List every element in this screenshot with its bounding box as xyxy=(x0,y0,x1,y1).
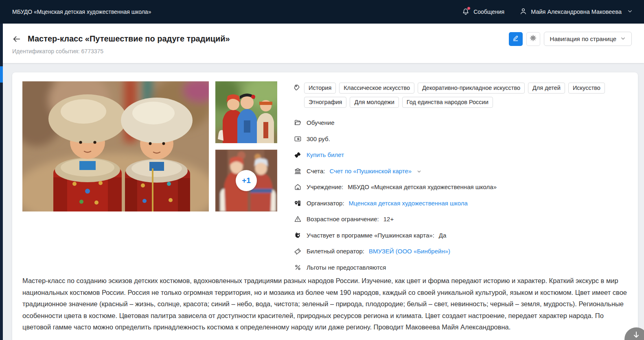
tag-chip[interactable]: Декоративно-прикладное искусство xyxy=(418,83,525,94)
chevron-down-icon[interactable] xyxy=(417,168,421,175)
pushkin-profile-icon xyxy=(293,231,302,239)
ticket-operator-label: Билетный оператор: xyxy=(307,248,364,255)
tag-chip[interactable]: Этнография xyxy=(304,97,346,108)
pushkin-card-label: Участвует в программе «Пушкинская карта»… xyxy=(307,232,434,239)
home-icon xyxy=(293,183,302,191)
accounts-label: Счета: xyxy=(307,168,325,174)
user-name: Майя Александровна Маковеева xyxy=(531,9,622,15)
percent-icon xyxy=(293,264,302,271)
topbar: МБУДО «Мценская детская художественная ш… xyxy=(0,0,644,24)
accounts-row: Счета: Счет по «Пушкинской карте» xyxy=(293,163,628,179)
benefits-text: Льготы не предоставляются xyxy=(307,264,386,271)
page-navigation-label: Навигация по странице xyxy=(550,35,616,42)
organization-icon xyxy=(293,199,302,207)
tag-chip[interactable]: Для детей xyxy=(528,83,565,94)
age-limit-label: Возрастное ограничение: xyxy=(307,216,379,222)
messages-button[interactable]: Сообщения xyxy=(461,7,504,16)
tag-chip[interactable]: Классическое искусство xyxy=(339,83,414,94)
age-limit-value: 12+ xyxy=(383,216,394,222)
chevron-down-icon xyxy=(627,9,633,15)
ticket-operator-row: Билетный оператор: ВМУЗЕЙ (ООО «Бинбрейн… xyxy=(293,243,628,259)
gallery-more-badge[interactable]: +1 xyxy=(236,170,257,191)
content-area: +1 История Классическое искусство Декора… xyxy=(3,63,644,340)
tag-chip[interactable]: Искусство xyxy=(568,83,605,94)
institution-value: МБУДО «Мценская детская художественная ш… xyxy=(348,183,497,190)
event-photo-main[interactable] xyxy=(22,81,209,211)
event-card: +1 История Классическое искусство Декора… xyxy=(12,72,638,340)
bank-icon xyxy=(293,167,302,175)
warning-triangle-icon xyxy=(293,215,302,223)
buy-ticket-row: Купить билет xyxy=(293,147,628,163)
category-row: Обучение xyxy=(293,115,628,131)
organizer-row: Организатор: Мценская детская художестве… xyxy=(293,195,628,211)
edit-button[interactable] xyxy=(509,32,523,46)
ticket-filled-icon xyxy=(293,151,302,159)
organizer-link[interactable]: Мценская детская художественная школа xyxy=(349,200,468,207)
user-icon xyxy=(519,7,528,17)
event-photo-thumb-1[interactable] xyxy=(215,81,277,143)
accounts-link[interactable]: Счет по «Пушкинской карте» xyxy=(330,168,412,174)
price-icon xyxy=(293,135,302,143)
tag-chip[interactable]: Для молодежи xyxy=(350,97,399,108)
institution-row: Учреждение: МБУДО «Мценская детская худо… xyxy=(293,179,628,195)
tag-chips: История Классическое искусство Декоратив… xyxy=(304,83,628,108)
age-limit-row: Возрастное ограничение: 12+ xyxy=(293,211,628,227)
buy-ticket-link[interactable]: Купить билет xyxy=(307,151,344,158)
back-button[interactable] xyxy=(12,35,21,44)
ticket-operator-link[interactable]: ВМУЗЕЙ (ООО «Бинбрейн») xyxy=(369,248,450,255)
event-description: Мастер-класс по созданию эскизов детских… xyxy=(22,275,628,333)
page-title: Мастер-класс «Путешествие по радуге трад… xyxy=(28,34,230,44)
event-info: История Классическое искусство Декоратив… xyxy=(293,83,628,275)
event-id: Идентификатор события: 6773375 xyxy=(12,48,103,54)
sidebar-active-indicator xyxy=(0,66,3,83)
user-menu[interactable]: Майя Александровна Маковеева xyxy=(519,7,633,17)
pushkin-card-row: Участвует в программе «Пушкинская карта»… xyxy=(293,227,628,244)
institution-label: Учреждение: xyxy=(307,183,343,190)
sidebar-rail[interactable] xyxy=(0,24,3,340)
pushkin-card-value: Да xyxy=(439,232,447,239)
page-header: Мастер-класс «Путешествие по радуге трад… xyxy=(0,24,644,63)
tag-chip[interactable]: Год единства народов России xyxy=(402,97,493,108)
arrow-down-icon xyxy=(632,327,640,340)
settings-button[interactable] xyxy=(526,32,540,46)
category-value: Обучение xyxy=(307,119,335,126)
page-navigation-dropdown[interactable]: Навигация по странице xyxy=(544,32,632,46)
pencil-icon xyxy=(512,34,519,44)
price-value: 300 руб. xyxy=(307,135,330,142)
folder-icon xyxy=(293,119,302,126)
benefits-row: Льготы не предоставляются xyxy=(293,259,628,276)
topbar-org-name: МБУДО «Мценская детская художественная ш… xyxy=(12,9,151,15)
bell-icon[interactable] xyxy=(461,7,470,16)
gear-icon xyxy=(529,34,537,44)
messages-label: Сообщения xyxy=(473,9,504,15)
tag-icon xyxy=(293,83,301,93)
tag-chip[interactable]: История xyxy=(304,83,336,94)
chevron-down-icon xyxy=(620,35,626,42)
organizer-label: Организатор: xyxy=(307,200,344,207)
price-row: 300 руб. xyxy=(293,131,628,147)
ticket-outline-icon xyxy=(293,247,302,255)
